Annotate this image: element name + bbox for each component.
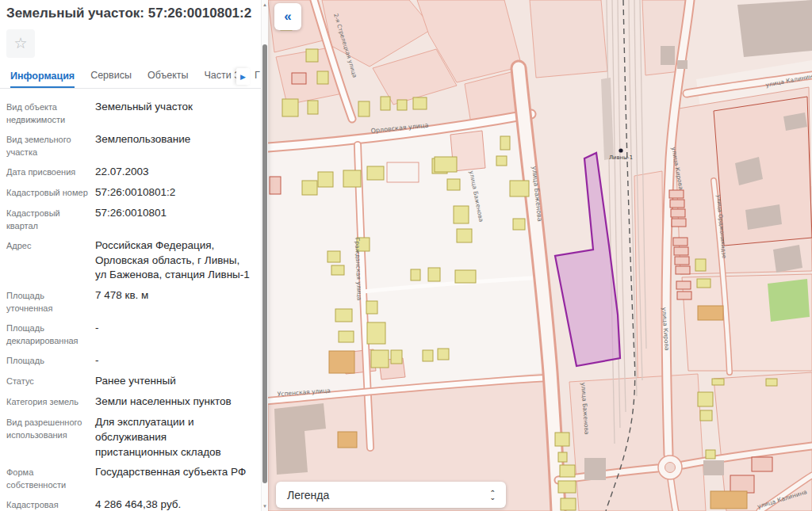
tab-services[interactable]: Сервисы [90,70,132,88]
panel-content: Земельный участок: 57:26:0010801:2 ☆ Инф… [0,0,262,511]
chevron-right-icon: ▶ [240,73,246,81]
legend-bar[interactable]: Легенда ⌃ ⌄ [276,482,506,508]
legend-label: Легенда [276,489,489,501]
field-value: Ранее учтенный [95,374,252,389]
field-value: Землепользование [95,132,252,159]
field-label: Площадь [6,353,95,368]
field-row: Площадь уточненная7 478 кв. м [6,288,252,315]
map-container: Ливны-1 2-я Стрелецкая улица Орловская у… [268,0,812,511]
panel-collapse-button[interactable]: « [274,3,301,30]
field-row: Форма собственностиГосударственная субъе… [6,465,252,492]
station-marker[interactable] [619,148,622,152]
parcel-info-panel: Земельный участок: 57:26:0010801:2 ☆ Инф… [0,0,268,511]
star-icon: ☆ [13,35,27,51]
field-label: Площадь декларированная [6,321,95,348]
station-label: Ливны-1 [609,154,633,161]
scroll-up-icon[interactable]: ▲ [262,2,268,8]
favorite-star-button[interactable]: ☆ [6,29,35,58]
field-label: Вид объекта недвижимости [6,100,95,127]
tab-information[interactable]: Информация [10,71,75,89]
field-row: Кадастровый квартал57:26:0010801 [6,206,252,233]
field-value: Для эксплуатации и обслуживания пристанц… [95,415,252,460]
field-label: Статус [6,374,95,389]
field-row: Вид разрешенного использованияДля эксплу… [6,415,252,460]
green-area [768,279,810,322]
scrollbar-thumb[interactable] [262,44,267,483]
field-row: СтатусРанее учтенный [6,374,252,389]
field-value: 22.07.2003 [95,165,252,180]
map-canvas[interactable]: Ливны-1 2-я Стрелецкая улица Орловская у… [268,0,812,511]
field-row: Вид земельного участкаЗемлепользование [6,132,252,159]
field-value: Российская Федерация, Орловская область,… [95,238,252,284]
field-row: АдресРоссийская Федерация, Орловская обл… [6,238,252,284]
cadastral-map-app: Земельный участок: 57:26:0010801:2 ☆ Инф… [0,0,812,511]
tab-bar: Информация Сервисы Объекты Части ЗУ Сост… [0,65,262,89]
field-value: Государственная субъекта РФ [95,465,252,492]
field-label: Кадастровый номер [6,185,95,200]
scroll-down-icon[interactable]: ▼ [262,503,268,509]
chevrons-left-icon: « [284,9,291,24]
field-value: - [95,353,252,368]
field-label: Категория земель [6,395,95,410]
field-value: 57:26:0010801 [95,206,252,233]
field-value: 4 286 464,38 руб. [95,498,252,511]
field-label: Кадастровый квартал [6,206,95,233]
page-title: Земельный участок: 57:26:0010801:2 [0,0,262,21]
chevron-down-icon: ⌄ [489,495,496,500]
panel-scrollbar[interactable]: ▲ ▼ [261,0,268,511]
roundabout [658,456,682,479]
tabs-next-button[interactable]: ▶ [236,68,250,85]
field-row: Вид объекта недвижимостиЗемельный участо… [6,100,252,127]
field-value: Земельный участок [95,100,252,127]
field-value: 7 478 кв. м [95,288,252,315]
field-label: Вид разрешенного использования [6,415,95,460]
field-value: Земли населенных пунктов [95,395,252,410]
field-label: Форма собственности [6,465,95,492]
field-row: Площадь декларированная- [6,321,252,348]
field-label: Кадастровая стоимость [6,498,95,511]
field-label: Адрес [6,238,95,284]
field-label: Вид земельного участка [6,132,95,159]
tab-objects[interactable]: Объекты [147,70,189,88]
field-label: Дата присвоения [6,165,95,180]
legend-collapse-icon[interactable]: ⌃ ⌄ [489,490,506,500]
field-row: Дата присвоения22.07.2003 [6,165,252,180]
field-row: Кадастровая стоимость4 286 464,38 руб. [6,498,252,511]
field-value: - [95,321,252,348]
field-value: 57:26:0010801:2 [95,185,252,200]
field-row: Кадастровый номер57:26:0010801:2 [6,185,252,200]
field-row: Площадь- [6,353,252,368]
field-label: Площадь уточненная [6,288,95,315]
parcel-attributes: Вид объекта недвижимостиЗемельный участо… [0,89,262,511]
field-row: Категория земельЗемли населенных пунктов [6,395,252,410]
